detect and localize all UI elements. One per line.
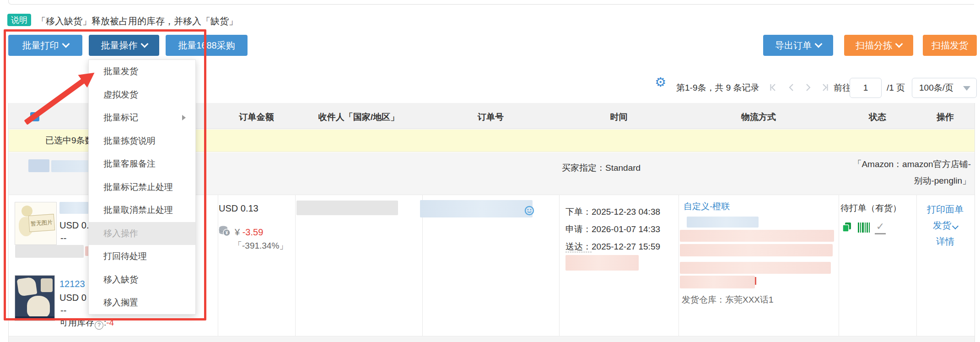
product2-dash: -- [60,305,66,316]
ship-link[interactable]: 发货 [916,220,974,231]
logistics-warn-cursor [755,277,756,285]
batch-action-button[interactable]: 批量操作 [89,35,159,56]
logistics-warn-blur [680,276,755,288]
currency-symbol: ¥ [235,227,240,237]
buyer-specified-value: Standard [605,163,641,173]
last-page-icon[interactable] [819,82,829,92]
header-status: 状态 [839,111,916,123]
deliver-time: 送达：2025-12-27 15:59 [565,242,660,252]
product-image [15,275,55,321]
available-stock-label: 可用库存 [59,318,94,327]
logistics-method-link[interactable]: 自定义-橙联 [684,201,730,212]
store-platform-line1: 「Amazon：amazon官方店铺- [853,159,971,170]
deliver-time-value: 2025-12-27 15:59 [592,242,660,251]
header-recipient: 收件人「国家/地区」 [295,111,422,123]
gear-icon[interactable]: ⚙ [655,76,666,89]
tracking-blur [687,217,759,228]
buyer-specified-label: 买家指定： [562,163,605,173]
sku-blur [59,202,89,214]
export-orders-button[interactable]: 导出订单 [763,35,833,56]
order-time: 下单：2025-12-23 04:38 [565,207,660,217]
time-warn-blur [565,255,639,271]
profit-value: -3.59 [242,227,264,237]
next-page-icon[interactable] [803,82,813,92]
available-stock-value: -4 [106,318,114,327]
order-time-value: 2025-12-23 04:38 [592,207,660,217]
menu-item-virtual-ship[interactable]: 虚拟发货 [89,83,195,107]
recipient-blur [296,201,398,215]
copy-document-icon[interactable] [841,222,852,233]
deliver-time-label: 送达： [565,242,592,252]
order-number-blur [420,200,533,217]
scan-ship-button[interactable]: 扫描发货 [923,35,977,56]
print-label-link[interactable]: 打印面单 [916,204,974,215]
store-platform-line2: 别动-penglin」 [914,176,971,186]
chevron-down-icon [895,40,903,48]
first-page-icon[interactable] [769,82,779,92]
chevron-down-icon [140,40,148,48]
menu-item-batch-mark[interactable]: 批量标记 [89,106,195,130]
column-divider [559,195,560,337]
product1-info-blur [15,245,84,258]
menu-item-return-pending[interactable]: 打回待处理 [89,245,195,268]
profit-coin-icon: ¥ [219,225,231,237]
scan-sort-button[interactable]: 扫描分拣 [844,35,913,56]
order-status: 待打单（有货） [840,203,901,214]
menu-item-move-outofstock[interactable]: 移入缺货 [89,268,195,292]
section-divider [8,0,974,5]
checked-mark-icon[interactable]: ✓ [875,221,886,234]
help-icon[interactable]: ? [95,321,103,330]
goto-page-input[interactable] [850,78,882,98]
chevron-down-icon [62,40,70,48]
available-stock: 可用库存?:-4 [59,318,114,330]
note-text: 「移入缺货」释放被占用的库存，并移入「缺货」 [37,15,238,27]
column-divider [916,195,917,337]
apply-time-value: 2026-01-07 14:33 [592,224,660,234]
platform-smiley-icon [524,206,534,216]
batch-1688-label: 批量1688采购 [178,39,235,52]
menu-item-picking-note[interactable]: 批量拣货说明 [89,130,195,153]
check-icon: ✓ [32,113,38,120]
page-size-value: 100条/页 [919,82,953,94]
no-image-label: 暂无图片 [28,214,55,232]
menu-item-cancel-forbid[interactable]: 批量取消禁止处理 [89,199,195,222]
apply-time-label: 申请： [565,224,592,234]
column-divider [218,195,218,337]
column-divider [839,195,839,337]
store-blur-block [28,159,49,172]
order-amount-total: USD 0.13 [219,203,258,214]
product2-price: USD 0 [59,292,86,303]
header-logistics: 物流方式 [678,111,839,123]
header-actions: 操作 [916,111,974,123]
menu-item-service-remark[interactable]: 批量客服备注 [89,152,195,176]
dropdown-arrow-icon [963,86,970,91]
product-image-placeholder: 暂无图片 [15,202,57,245]
product2-sku-link[interactable]: 12123 [59,278,85,289]
page-size-select[interactable]: 100条/页 [912,78,977,98]
order-profit: ¥ -3.59 [235,227,263,238]
next-row-edge [9,337,975,342]
prev-page-icon[interactable] [786,82,797,92]
profit-margin: 「-391.34%」 [233,241,288,251]
order-time-label: 下单： [565,207,592,217]
batch-1688-button[interactable]: 批量1688采购 [166,35,248,56]
menu-group-move-actions: 移入操作 [89,222,195,245]
menu-item-mark-forbid[interactable]: 批量标记禁止处理 [89,176,195,199]
column-divider [295,195,296,337]
order-management-page: 说明 「移入缺货」释放被占用的库存，并移入「缺货」 批量打印 批量操作 批量16… [0,0,980,342]
product1-dash: -- [60,233,66,244]
page-total-label: /1 页 [887,83,905,93]
batch-print-button[interactable]: 批量打印 [8,35,82,56]
buyer-specified: 买家指定：Standard [562,163,641,174]
barcode-icon[interactable] [858,223,870,233]
detail-link[interactable]: 详情 [916,236,974,247]
header-order-no: 订单号 [422,111,559,123]
menu-item-move-hold[interactable]: 移入搁置 [89,291,195,315]
batch-print-label: 批量打印 [22,39,59,52]
batch-action-label: 批量操作 [101,39,138,52]
ship-warehouse: 发货仓库：东莞XXX话1 [682,295,774,305]
chevron-down-icon [952,223,958,229]
select-all-checkbox[interactable]: ✓ [30,112,39,121]
menu-item-batch-ship[interactable]: 批量发货 [89,60,195,83]
product1-price: USD 0. [59,220,89,231]
